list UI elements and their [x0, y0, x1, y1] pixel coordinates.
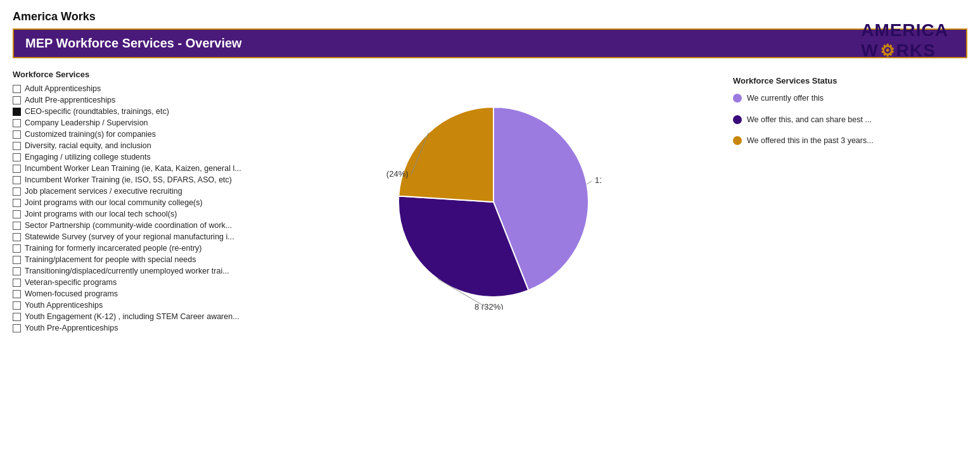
service-label: Adult Apprenticeships	[25, 84, 101, 93]
legend-item: We currently offer this	[733, 93, 967, 104]
services-section-title: Workforce Services	[13, 70, 253, 79]
logo-area: AMERICA W⚙RKS	[861, 20, 948, 61]
services-list: Adult ApprenticeshipsAdult Pre-apprentic…	[13, 83, 253, 334]
service-item[interactable]: Diversity, racial equity, and inclusion	[13, 140, 253, 151]
legend-text: We offer this, and can share best ...	[747, 115, 872, 126]
page: America Works MEP Workforce Services - O…	[0, 0, 980, 454]
service-checkbox[interactable]	[13, 165, 21, 173]
app-title: America Works	[13, 10, 967, 23]
service-label: Incumbent Worker Training (ie, ISO, 5S, …	[25, 175, 232, 184]
service-checkbox[interactable]	[13, 130, 21, 139]
service-label: Training for formerly incarcerated peopl…	[25, 244, 202, 253]
service-item[interactable]: Youth Engagement (K-12) , including STEM…	[13, 311, 253, 322]
service-checkbox[interactable]	[13, 324, 21, 332]
service-label: Adult Pre-apprenticeships	[25, 96, 115, 104]
header-title: MEP Workforce Services - Overview	[25, 36, 242, 51]
pie-label-line	[587, 181, 592, 184]
status-title: Workforce Services Status	[733, 76, 967, 85]
service-checkbox[interactable]	[13, 222, 21, 230]
service-item[interactable]: Transitioning/displaced/currently unempl…	[13, 265, 253, 277]
service-label: Joint programs with our local tech schoo…	[25, 210, 177, 218]
service-item[interactable]: Training/placement for people with speci…	[13, 254, 253, 265]
service-checkbox[interactable]	[13, 210, 21, 218]
right-panel: Workforce Services Status We currently o…	[733, 70, 967, 334]
service-item[interactable]: Company Leadership / Supervision	[13, 117, 253, 129]
service-checkbox[interactable]	[13, 290, 21, 298]
logo-america: AMERICA	[861, 20, 948, 41]
service-item[interactable]: Adult Pre-apprenticeships	[13, 94, 253, 106]
gear-icon: ⚙	[880, 41, 895, 61]
service-label: Women-focused programs	[25, 289, 118, 298]
service-checkbox[interactable]	[13, 267, 21, 275]
legend-dot	[733, 136, 742, 145]
legend-text: We offered this in the past 3 years...	[747, 136, 874, 147]
service-checkbox[interactable]	[13, 233, 21, 241]
service-label: Engaging / utilizing college students	[25, 153, 151, 161]
service-checkbox[interactable]	[13, 313, 21, 321]
service-checkbox[interactable]	[13, 96, 21, 104]
service-item[interactable]: CEO-specific (roundtables, trainings, et…	[13, 106, 253, 117]
header-bar: MEP Workforce Services - Overview	[13, 28, 967, 58]
logo-works: W⚙RKS	[861, 41, 948, 61]
service-label: Sector Partnership (community-wide coord…	[25, 221, 232, 230]
service-item[interactable]: Adult Apprenticeships	[13, 83, 253, 94]
service-item[interactable]: Job placement services / executive recru…	[13, 186, 253, 197]
legend-item: We offered this in the past 3 years...	[733, 136, 967, 147]
service-checkbox[interactable]	[13, 142, 21, 150]
service-checkbox[interactable]	[13, 119, 21, 127]
main-content: Workforce Services Adult Apprenticeships…	[13, 70, 967, 334]
service-item[interactable]: Statewide Survey (survey of your regiona…	[13, 231, 253, 243]
service-checkbox[interactable]	[13, 187, 21, 196]
service-label: Youth Pre-Apprenticeships	[25, 324, 118, 332]
service-item[interactable]: Joint programs with our local tech schoo…	[13, 208, 253, 220]
service-label: Customized training(s) for companies	[25, 130, 156, 139]
service-label: Veteran-specific programs	[25, 278, 117, 287]
legend-list: We currently offer thisWe offer this, an…	[733, 93, 967, 147]
logo-rks: RKS	[896, 41, 936, 61]
service-checkbox[interactable]	[13, 108, 21, 116]
logo-w: W	[861, 41, 878, 61]
service-checkbox[interactable]	[13, 301, 21, 310]
chart-panel: 11 (44%)8 (32%)6 (24%)	[253, 70, 733, 334]
service-label: Company Leadership / Supervision	[25, 118, 148, 127]
service-checkbox[interactable]	[13, 176, 21, 184]
pie-label: 11 (44%)	[595, 175, 601, 185]
service-label: Training/placement for people with speci…	[25, 255, 196, 264]
service-label: Diversity, racial equity, and inclusion	[25, 141, 151, 150]
service-label: Youth Engagement (K-12) , including STEM…	[25, 312, 239, 321]
left-panel: Workforce Services Adult Apprenticeships…	[13, 70, 253, 334]
service-item[interactable]: Incumbent Worker Training (ie, ISO, 5S, …	[13, 174, 253, 186]
service-checkbox[interactable]	[13, 244, 21, 253]
legend-dot	[733, 94, 742, 103]
service-label: Job placement services / executive recru…	[25, 187, 182, 196]
service-label: Joint programs with our local community …	[25, 198, 203, 207]
service-checkbox[interactable]	[13, 199, 21, 207]
service-checkbox[interactable]	[13, 256, 21, 264]
pie-label: 6 (24%)	[386, 169, 409, 179]
legend-item: We offer this, and can share best ...	[733, 115, 967, 126]
service-label: CEO-specific (roundtables, trainings, et…	[25, 107, 169, 116]
legend-text: We currently offer this	[747, 93, 824, 104]
service-item[interactable]: Training for formerly incarcerated peopl…	[13, 243, 253, 254]
service-checkbox[interactable]	[13, 85, 21, 93]
service-item[interactable]: Engaging / utilizing college students	[13, 151, 253, 163]
service-checkbox[interactable]	[13, 153, 21, 161]
service-item[interactable]: Sector Partnership (community-wide coord…	[13, 220, 253, 231]
service-checkbox[interactable]	[13, 279, 21, 287]
pie-chart: 11 (44%)8 (32%)6 (24%)	[386, 94, 601, 310]
service-label: Statewide Survey (survey of your regiona…	[25, 232, 234, 241]
service-item[interactable]: Customized training(s) for companies	[13, 129, 253, 140]
pie-slice	[398, 107, 493, 202]
service-label: Youth Apprenticeships	[25, 301, 103, 310]
service-label: Incumbent Worker Lean Training (ie, Kata…	[25, 164, 241, 173]
service-item[interactable]: Incumbent Worker Lean Training (ie, Kata…	[13, 163, 253, 174]
legend-dot	[733, 115, 742, 124]
service-item[interactable]: Joint programs with our local community …	[13, 197, 253, 208]
service-item[interactable]: Veteran-specific programs	[13, 277, 253, 288]
service-item[interactable]: Youth Apprenticeships	[13, 300, 253, 311]
service-item[interactable]: Women-focused programs	[13, 288, 253, 300]
service-label: Transitioning/displaced/currently unempl…	[25, 267, 229, 275]
service-item[interactable]: Youth Pre-Apprenticeships	[13, 322, 253, 334]
